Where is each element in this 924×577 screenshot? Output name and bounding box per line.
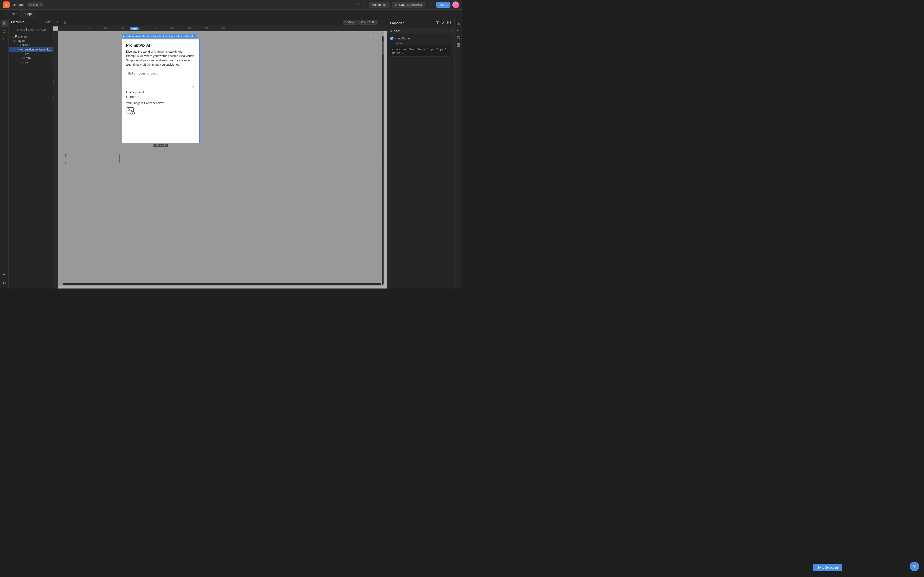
sync-button[interactable]: ⟳ Sync Just updated xyxy=(392,2,425,8)
properties-search: ✕ xyxy=(387,28,454,34)
tree-item-children[interactable]: ▾ { } children xyxy=(9,43,53,47)
canvas-area: ↻ ▾ 100% ▾ 912 × 1368 ··· xyxy=(53,18,387,288)
layout-icon-btn[interactable] xyxy=(447,20,451,26)
selected-section-wrapper: ▶ section.container.flex.flex-col.gap-6.… xyxy=(122,33,379,143)
preview-generate-label[interactable]: Generate xyxy=(126,95,195,98)
properties-actions xyxy=(435,20,451,26)
div2-icon: □ xyxy=(23,61,24,64)
breadcrumb-page[interactable]: ⬡ App xyxy=(37,28,46,31)
drag-handle-right[interactable] xyxy=(383,31,384,285)
tree-item-layout[interactable]: ▾ □ Layout xyxy=(9,39,53,43)
search-clear-button[interactable]: ✕ xyxy=(449,29,452,33)
edit-icon-btn[interactable] xyxy=(441,20,446,26)
canvas-vertical-label: auto (1368px) xyxy=(65,152,67,165)
horizontal-scrollbar[interactable] xyxy=(63,283,381,285)
drag-handle-left[interactable] xyxy=(120,31,121,285)
layers-icon-btn[interactable]: ⊞ xyxy=(1,20,8,27)
properties-search-input[interactable] xyxy=(394,29,448,33)
size-label-324: 324px xyxy=(130,27,139,30)
refresh-canvas-button[interactable]: ↻ xyxy=(56,20,61,25)
ruler-mark-9: 800 xyxy=(221,27,225,29)
properties-header: Properties xyxy=(387,18,454,28)
ruler-v-400: 400 xyxy=(53,97,55,100)
layout-icon: □ xyxy=(15,39,16,42)
preview-description: Dive into the world of AI-driven creativ… xyxy=(126,50,195,67)
expand-icon: ▾ xyxy=(15,44,16,47)
style-mode-btn[interactable] xyxy=(455,35,462,41)
sync-icon: ⟳ xyxy=(395,3,397,6)
logs-icon-btn[interactable]: ≡ xyxy=(1,270,8,277)
undo-redo-group: ↩ ↪ xyxy=(355,2,367,8)
ruler-mark-1: 0 xyxy=(89,27,90,29)
ruler-v-0: 0 xyxy=(53,34,55,35)
share-button[interactable]: Share xyxy=(436,2,451,8)
preview-image-icon xyxy=(126,107,136,116)
form-icon: ☰ xyxy=(23,57,25,60)
tree-label-div1: div xyxy=(25,52,29,56)
svg-rect-13 xyxy=(457,22,460,25)
app-preview[interactable]: PromptPix AI Dive into the world of AI-d… xyxy=(122,39,200,143)
home-icon: ⌂ xyxy=(6,12,8,16)
user-avatar[interactable] xyxy=(452,2,459,8)
tree-item-form[interactable]: › ☰ form xyxy=(9,56,53,60)
ruler-mark-8: 700 xyxy=(205,27,208,29)
filter-icon-btn[interactable] xyxy=(435,20,440,26)
add-element-button[interactable]: + Add xyxy=(43,21,50,24)
tree-item-fragment[interactable]: ▾ ◇ Fragment xyxy=(9,34,53,39)
chevron-icon: ▾ xyxy=(70,21,71,24)
tree-item-div-2[interactable]: › □ div xyxy=(9,60,53,64)
breadcrumb-board[interactable]: □ App Board xyxy=(17,28,34,31)
expand-icon: ▾ xyxy=(18,48,19,51)
redo-button[interactable]: ↪ xyxy=(362,2,367,8)
tree-label-fragment: Fragment xyxy=(15,35,27,38)
home-tab[interactable]: ⌂ Home xyxy=(3,10,21,18)
ruler-mark-5: 400 xyxy=(154,27,157,29)
grid-mode-btn[interactable] xyxy=(455,42,462,48)
data-icon-btn[interactable]: ⊛ xyxy=(1,35,8,42)
preview-textarea[interactable] xyxy=(126,70,195,89)
tree-label-layout: Layout xyxy=(17,39,26,43)
properties-title: Properties xyxy=(390,21,404,25)
preview-play-button[interactable]: ▶ xyxy=(369,33,373,39)
dimensions-button[interactable]: 912 × 1368 xyxy=(358,20,378,25)
settings-icon-btn[interactable]: ⚙ xyxy=(1,280,8,287)
branch-selector[interactable]: main ▾ xyxy=(27,2,44,7)
preview-dimensions-label: 324 × 434 xyxy=(153,144,168,147)
undo-button[interactable]: ↩ xyxy=(355,2,360,8)
main-layout: ⊞ ⊡ ⊛ ≡ ⚙ Elements + Add ← □ App Board ›… xyxy=(0,18,462,288)
canvas-scroll[interactable]: 0 100 200 300 400 500 600 700 800 324px xyxy=(53,26,387,288)
more-canvas-button[interactable]: ··· xyxy=(379,20,384,25)
sync-status: Just updated xyxy=(407,3,422,6)
app-logo[interactable]: a xyxy=(3,2,10,8)
canvas-content[interactable]: auto (1368px) ▶ section.container.flex.f… xyxy=(58,31,384,285)
inspect-mode-btn[interactable] xyxy=(455,20,462,26)
tree-label-children: children xyxy=(20,44,30,47)
classname-value[interactable]: container flex flex-col gap-6 py-8 md:ma… xyxy=(390,46,451,57)
expand-icon: › xyxy=(21,61,22,64)
app-tab[interactable]: □ App xyxy=(21,10,36,18)
tree-item-section[interactable]: ▾ □ section.container.fl... xyxy=(9,47,53,52)
canvas-toolbar-right: 100% ▾ 912 × 1368 ··· xyxy=(343,20,384,25)
layout-view-button[interactable] xyxy=(63,20,69,25)
modified-dot xyxy=(20,49,22,50)
svg-rect-18 xyxy=(459,45,460,47)
zoom-chevron: ▾ xyxy=(353,21,355,24)
classname-checkbox[interactable] xyxy=(390,37,393,40)
more-button[interactable]: ··· xyxy=(426,1,434,8)
ruler-mark-7: 600 xyxy=(188,27,191,29)
components-icon-btn[interactable]: ⊡ xyxy=(1,28,8,35)
preview-title: PromptPix AI xyxy=(126,43,195,48)
expand-icon: › xyxy=(21,53,22,55)
svg-rect-17 xyxy=(457,45,458,47)
section-icon: □ xyxy=(23,48,24,51)
page-icon: ⬡ xyxy=(37,28,40,31)
classname-row: className xyxy=(390,37,451,40)
cursor-mode-btn[interactable]: ↖ xyxy=(455,27,462,34)
zoom-button[interactable]: 100% ▾ xyxy=(343,20,357,25)
back-button[interactable]: ← xyxy=(11,27,16,32)
commit-button[interactable]: Commit (6) xyxy=(369,2,390,8)
svg-line-12 xyxy=(391,32,392,32)
tree-item-div-1[interactable]: › □ div xyxy=(9,52,53,56)
app-icon: □ xyxy=(24,12,26,16)
section-settings-button[interactable]: ⚙ xyxy=(374,33,379,39)
